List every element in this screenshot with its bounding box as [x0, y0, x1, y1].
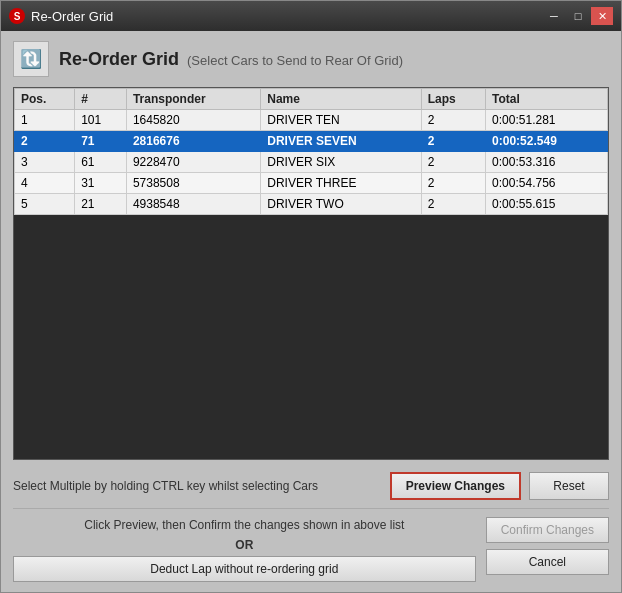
header-row: 🔃 Re-Order Grid (Select Cars to Send to … [13, 41, 609, 77]
cell-num: 71 [75, 131, 127, 152]
maximize-button[interactable]: □ [567, 7, 589, 25]
table-row[interactable]: 3619228470DRIVER SIX20:00:53.316 [15, 152, 608, 173]
cell-pos: 3 [15, 152, 75, 173]
cell-name: DRIVER SIX [261, 152, 422, 173]
col-pos: Pos. [15, 89, 75, 110]
grid-table: Pos. # Transponder Name Laps Total 11011… [14, 88, 608, 215]
cell-pos: 4 [15, 173, 75, 194]
app-icon: S [9, 8, 25, 24]
right-actions: Confirm Changes Cancel [486, 517, 609, 575]
deduct-lap-button[interactable]: Deduct Lap without re-ordering grid [13, 556, 476, 582]
table-row[interactable]: 4315738508DRIVER THREE20:00:54.756 [15, 173, 608, 194]
window-title: Re-Order Grid [31, 9, 113, 24]
content-area: 🔃 Re-Order Grid (Select Cars to Send to … [1, 31, 621, 592]
reset-button[interactable]: Reset [529, 472, 609, 500]
cell-transponder: 1645820 [126, 110, 260, 131]
table-row[interactable]: 11011645820DRIVER TEN20:00:51.281 [15, 110, 608, 131]
cell-num: 61 [75, 152, 127, 173]
page-title: Re-Order Grid [59, 49, 179, 70]
preview-changes-button[interactable]: Preview Changes [390, 472, 521, 500]
cancel-button[interactable]: Cancel [486, 549, 609, 575]
cell-num: 101 [75, 110, 127, 131]
click-preview-hint: Click Preview, then Confirm the changes … [84, 517, 404, 534]
divider [13, 508, 609, 509]
ctrl-hint-row: Select Multiple by holding CTRL key whil… [13, 472, 609, 500]
ctrl-hint-text: Select Multiple by holding CTRL key whil… [13, 479, 318, 493]
header-icon: 🔃 [13, 41, 49, 77]
cell-name: DRIVER SEVEN [261, 131, 422, 152]
col-transponder: Transponder [126, 89, 260, 110]
cell-transponder: 9228470 [126, 152, 260, 173]
table-row[interactable]: 5214938548DRIVER TWO20:00:55.615 [15, 194, 608, 215]
cell-pos: 1 [15, 110, 75, 131]
cell-laps: 2 [421, 173, 485, 194]
col-name: Name [261, 89, 422, 110]
cell-transponder: 2816676 [126, 131, 260, 152]
or-text: OR [235, 538, 253, 552]
bottom-section: Select Multiple by holding CTRL key whil… [13, 472, 609, 582]
header-text: Re-Order Grid (Select Cars to Send to Re… [59, 49, 403, 70]
cell-total: 0:00:51.281 [486, 110, 608, 131]
confirm-changes-button[interactable]: Confirm Changes [486, 517, 609, 543]
bottom-actions-row: Click Preview, then Confirm the changes … [13, 517, 609, 582]
col-laps: Laps [421, 89, 485, 110]
cell-pos: 5 [15, 194, 75, 215]
grid-table-container: Pos. # Transponder Name Laps Total 11011… [13, 87, 609, 460]
cell-name: DRIVER THREE [261, 173, 422, 194]
table-body: 11011645820DRIVER TEN20:00:51.2812712816… [15, 110, 608, 215]
title-bar: S Re-Order Grid ─ □ ✕ [1, 1, 621, 31]
cell-num: 21 [75, 194, 127, 215]
cell-num: 31 [75, 173, 127, 194]
title-bar-left: S Re-Order Grid [9, 8, 113, 24]
minimize-button[interactable]: ─ [543, 7, 565, 25]
cell-total: 0:00:54.756 [486, 173, 608, 194]
cell-pos: 2 [15, 131, 75, 152]
table-header-row: Pos. # Transponder Name Laps Total [15, 89, 608, 110]
cell-total: 0:00:52.549 [486, 131, 608, 152]
cell-total: 0:00:55.615 [486, 194, 608, 215]
cell-laps: 2 [421, 194, 485, 215]
cell-total: 0:00:53.316 [486, 152, 608, 173]
cell-laps: 2 [421, 131, 485, 152]
cell-name: DRIVER TEN [261, 110, 422, 131]
cell-transponder: 4938548 [126, 194, 260, 215]
page-subtitle: (Select Cars to Send to Rear Of Grid) [187, 53, 403, 68]
cell-name: DRIVER TWO [261, 194, 422, 215]
title-bar-controls: ─ □ ✕ [543, 7, 613, 25]
col-num: # [75, 89, 127, 110]
table-row[interactable]: 2712816676DRIVER SEVEN20:00:52.549 [15, 131, 608, 152]
header-icon-symbol: 🔃 [20, 48, 42, 70]
col-total: Total [486, 89, 608, 110]
left-actions: Click Preview, then Confirm the changes … [13, 517, 476, 582]
window: S Re-Order Grid ─ □ ✕ 🔃 Re-Order Grid (S… [0, 0, 622, 593]
cell-laps: 2 [421, 110, 485, 131]
close-button[interactable]: ✕ [591, 7, 613, 25]
preview-reset-row: Preview Changes Reset [390, 472, 609, 500]
cell-laps: 2 [421, 152, 485, 173]
cell-transponder: 5738508 [126, 173, 260, 194]
